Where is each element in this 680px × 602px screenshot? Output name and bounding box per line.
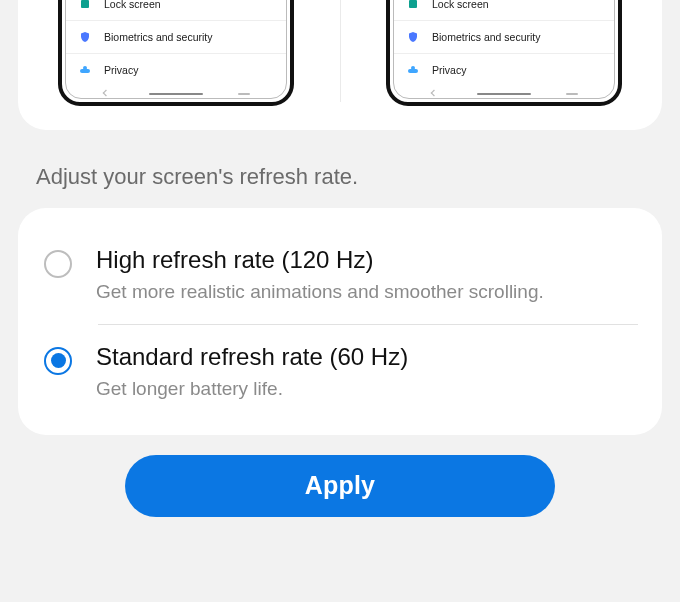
home-indicator: [149, 93, 203, 96]
svg-rect-5: [408, 69, 418, 73]
options-card: High refresh rate (120 Hz) Get more real…: [18, 208, 662, 435]
option-title: Standard refresh rate (60 Hz): [96, 341, 632, 373]
preview-item-label: Privacy: [104, 64, 138, 76]
preview-item-label: Lock screen: [104, 0, 161, 10]
svg-rect-3: [409, 0, 417, 8]
preview-left[interactable]: Lock screen Biometrics and security: [58, 0, 294, 106]
apply-button[interactable]: Apply: [125, 455, 555, 517]
preview-card: Lock screen Biometrics and security: [18, 0, 662, 130]
preview-item-label: Biometrics and security: [104, 31, 213, 43]
option-high-refresh[interactable]: High refresh rate (120 Hz) Get more real…: [42, 228, 638, 324]
preview-item-label: Lock screen: [432, 0, 489, 10]
svg-rect-0: [81, 0, 89, 8]
cloud-icon: [78, 63, 92, 77]
home-indicator: [477, 93, 531, 96]
preview-item: Privacy: [66, 53, 286, 86]
radio-unchecked-icon[interactable]: [44, 250, 72, 278]
shield-icon: [78, 30, 92, 44]
radio-checked-icon[interactable]: [44, 347, 72, 375]
shield-icon: [406, 30, 420, 44]
cloud-icon: [406, 63, 420, 77]
section-subtitle: Adjust your screen's refresh rate.: [18, 130, 662, 208]
option-desc: Get longer battery life.: [96, 375, 632, 403]
preview-item: Biometrics and security: [394, 20, 614, 53]
option-title: High refresh rate (120 Hz): [96, 244, 632, 276]
preview-item: Lock screen: [66, 0, 286, 20]
preview-item: Lock screen: [394, 0, 614, 20]
lock-icon: [78, 0, 92, 11]
preview-item: Privacy: [394, 53, 614, 86]
preview-item: Biometrics and security: [66, 20, 286, 53]
svg-rect-2: [80, 69, 90, 73]
preview-item-label: Privacy: [432, 64, 466, 76]
preview-item-label: Biometrics and security: [432, 31, 541, 43]
lock-icon: [406, 0, 420, 11]
option-desc: Get more realistic animations and smooth…: [96, 278, 632, 306]
option-standard-refresh[interactable]: Standard refresh rate (60 Hz) Get longer…: [42, 325, 638, 421]
preview-right[interactable]: Lock screen Biometrics and security: [386, 0, 622, 106]
